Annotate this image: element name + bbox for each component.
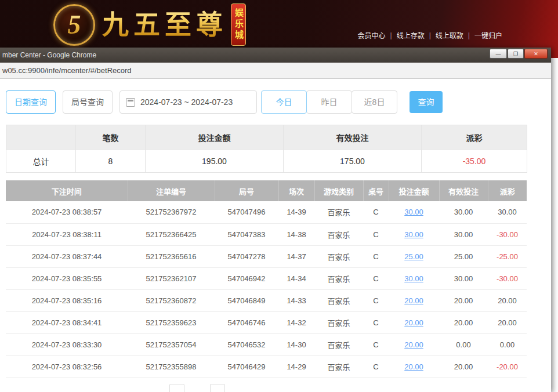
nav-online-deposit[interactable]: 线上存款 [392,30,429,40]
header-payout: 派彩 [488,180,527,201]
bet-record-table: 下注时间 注单编号 局号 场次 游戏类别 桌号 投注金额 有效投注 派彩 202… [6,180,527,378]
site-logo: 5 九五至尊 娱乐城 [53,3,246,46]
bet-id: 521752355898 [128,355,215,378]
table-row: 2024-07-23 08:37:44 521752365616 5470472… [6,245,527,267]
round-no: 547047278 [215,245,278,267]
bet-time: 2024-07-23 08:35:55 [6,267,128,289]
table-no: C [363,355,389,378]
nav-member-center[interactable]: 会员中心 [353,30,390,40]
game-type: 百家乐 [314,333,363,355]
session: 14-38 [278,223,314,245]
bet-time: 2024-07-23 08:33:30 [6,333,128,355]
last8days-button[interactable]: 近8日 [352,90,397,114]
valid-bet: 30.00 [439,267,488,289]
session: 14-32 [278,311,314,333]
pagination-button[interactable] [169,384,184,392]
session: 14-37 [278,245,314,267]
today-button[interactable]: 今日 [261,90,307,114]
session: 14-34 [278,267,314,289]
summary-header-payout: 派彩 [422,125,527,150]
restore-button[interactable]: ❐ [508,49,524,59]
nav-online-withdraw[interactable]: 线上取款 [431,30,468,40]
game-type: 百家乐 [314,201,363,223]
table-row: 2024-07-23 08:38:57 521752367972 5470474… [6,201,527,223]
bet-table-header-row: 下注时间 注单编号 局号 场次 游戏类别 桌号 投注金额 有效投注 派彩 [6,180,527,201]
game-type: 百家乐 [314,289,363,311]
round-query-button[interactable]: 局号查询 [63,90,113,114]
logo-number: 5 [68,9,81,40]
bet-amount-link[interactable]: 25.00 [404,252,423,261]
header-bet-amount: 投注金额 [389,180,439,201]
close-button[interactable]: ✕ [524,49,548,59]
valid-bet: 20.00 [439,355,488,378]
bet-amount-link[interactable]: 30.00 [404,274,423,283]
site-nav: 会员中心 | 线上存款 | 线上取款 | 一键归户 [353,30,507,40]
summary-valid-bet: 175.00 [284,150,422,173]
summary-total-row: 总计 8 195.00 175.00 -35.00 [6,150,527,173]
table-row: 2024-07-23 08:35:16 521752360872 5470468… [6,289,527,311]
nav-one-key-transfer[interactable]: 一键归户 [470,30,507,40]
game-type: 百家乐 [314,245,363,267]
table-no: C [363,245,389,267]
game-type: 百家乐 [314,311,363,333]
valid-bet: 20.00 [439,289,488,311]
bet-time: 2024-07-23 08:37:44 [6,245,128,267]
minimize-button[interactable]: — [490,49,507,59]
valid-bet: 30.00 [439,201,488,223]
table-row: 2024-07-23 08:32:56 521752355898 5470464… [6,355,527,378]
bet-time: 2024-07-23 08:34:41 [6,311,128,333]
window-titlebar[interactable]: mber Center - Google Chrome — ❐ ✕ [0,48,551,63]
header-game-type: 游戏类别 [314,180,363,201]
table-no: C [363,311,389,333]
logo-emblem-icon: 5 [53,4,95,46]
summary-total-label: 总计 [6,150,76,173]
payout: -30.00 [488,267,527,289]
game-type: 百家乐 [314,267,363,289]
yesterday-button[interactable]: 昨日 [306,90,352,114]
bet-time: 2024-07-23 08:38:11 [6,223,128,245]
page-content: 日期查询 局号查询 2024-07-23 ~ 2024-07-23 今日 昨日 … [0,79,551,392]
address-bar[interactable]: w05.cc:9900/infe/mcenter/#/betRecord [0,63,551,79]
summary-header-count: 笔数 [76,125,146,150]
table-no: C [363,289,389,311]
bet-amount-link[interactable]: 30.00 [404,208,423,216]
header-valid-bet: 有效投注 [439,180,488,201]
payout: -30.00 [488,223,527,245]
bet-time: 2024-07-23 08:38:57 [6,201,128,223]
page-url: w05.cc:9900/infe/mcenter/#/betRecord [2,66,132,75]
bet-amount-link[interactable]: 30.00 [404,230,423,239]
payout: 20.00 [488,289,527,311]
session: 14-29 [278,355,314,378]
bet-time: 2024-07-23 08:35:16 [6,289,128,311]
bet-id: 521752366425 [128,223,215,245]
header-table-no: 桌号 [363,180,389,201]
calendar-icon [126,98,135,107]
date-query-button[interactable]: 日期查询 [6,90,56,114]
date-range-value: 2024-07-23 ~ 2024-07-23 [140,97,233,107]
bet-amount-link[interactable]: 20.00 [404,340,423,349]
bet-time: 2024-07-23 08:32:56 [6,355,128,378]
round-no: 547047496 [215,201,278,223]
chrome-window: mber Center - Google Chrome — ❐ ✕ w05.cc… [0,48,551,392]
summary-header-valid-bet: 有效投注 [284,125,422,150]
payout: 30.00 [488,201,527,223]
bet-amount-link[interactable]: 20.00 [404,296,423,305]
round-no: 547046849 [215,289,278,311]
window-title: mber Center - Google Chrome [2,51,96,59]
round-no: 547046532 [215,333,278,355]
payout: -20.00 [488,355,527,378]
table-no: C [363,333,389,355]
bet-amount-link[interactable]: 20.00 [404,362,423,371]
round-no: 547046746 [215,311,278,333]
pagination-button[interactable] [210,384,225,392]
search-button[interactable]: 查询 [410,91,443,113]
bet-id: 521752365616 [128,245,215,267]
date-range-input[interactable]: 2024-07-23 ~ 2024-07-23 [119,90,257,114]
valid-bet: 30.00 [439,223,488,245]
bet-amount-link[interactable]: 20.00 [404,318,423,327]
logo-text: 九五至尊 [102,4,227,46]
summary-header-blank [6,125,76,150]
header-round-no: 局号 [215,180,278,201]
summary-count: 8 [76,150,146,173]
payout: -25.00 [488,245,527,267]
